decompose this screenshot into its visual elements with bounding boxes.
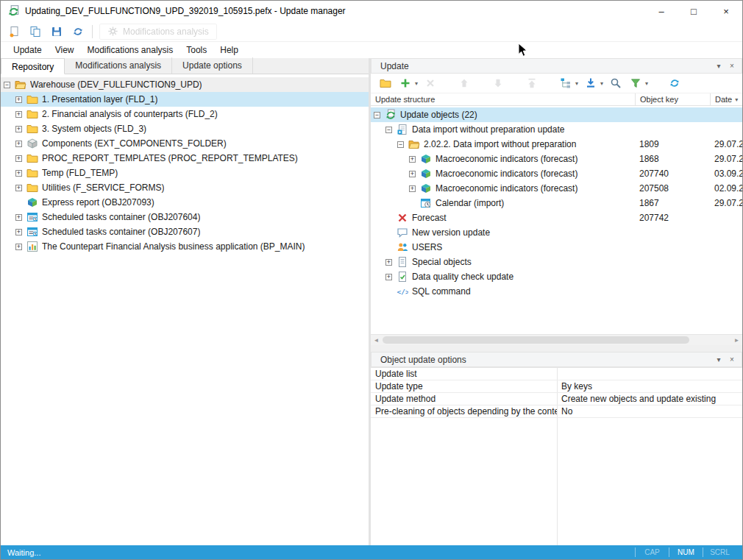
tree-view-dropdown-icon[interactable]: ▾ xyxy=(575,80,578,87)
tree-row[interactable]: +The Countepart Financial Analysis busin… xyxy=(1,239,369,254)
option-row-pre-cleaning-of-objects-depending-by-the-contents[interactable]: Pre-cleaning of objects depending by the… xyxy=(371,405,742,418)
tree-row[interactable]: −Update objects (22) xyxy=(371,107,742,122)
scrollbar-thumb[interactable] xyxy=(383,336,689,344)
menu-update[interactable]: Update xyxy=(7,43,49,57)
tree-row[interactable]: Express report (OBJ207093) xyxy=(1,195,369,210)
tree-row[interactable]: −2.02.2. Data import without preparation… xyxy=(371,137,742,152)
expander-plus-icon[interactable]: + xyxy=(15,185,22,191)
expander-plus-icon[interactable]: + xyxy=(15,229,22,235)
expander-minus-icon[interactable]: − xyxy=(397,141,404,148)
menu-tools[interactable]: Tools xyxy=(179,43,213,57)
add-dropdown-icon[interactable]: ▾ xyxy=(415,80,418,87)
tree-row[interactable]: +Components (EXT_COMPONENTS_FOLDER) xyxy=(1,136,369,151)
expander-plus-icon[interactable]: + xyxy=(409,156,416,163)
main-toolbar: Modifications analysis xyxy=(1,21,742,42)
expander-minus-icon[interactable]: − xyxy=(374,112,380,118)
scroll-right-icon[interactable]: ► xyxy=(731,335,742,345)
option-row-update-list[interactable]: Update list xyxy=(371,368,742,380)
column-update-structure[interactable]: Update structure xyxy=(371,93,635,105)
expander-plus-icon[interactable]: + xyxy=(15,141,22,147)
filter-dropdown-icon[interactable]: ▾ xyxy=(645,80,648,87)
option-row-update-method[interactable]: Update methodCreate new objects and upda… xyxy=(371,393,742,405)
tree-row[interactable]: +Temp (FLD_TEMP) xyxy=(1,166,369,180)
expander-plus-icon[interactable]: + xyxy=(15,214,22,221)
minimize-button[interactable]: – xyxy=(645,1,678,21)
move-up-button[interactable] xyxy=(457,76,472,91)
tree-row[interactable]: +Special objects xyxy=(371,255,742,269)
tab-repository[interactable]: Repository xyxy=(1,58,65,74)
move-top-button[interactable] xyxy=(525,76,539,91)
tree-row[interactable]: USERS xyxy=(371,240,742,255)
tree-row[interactable]: +Scheduled tasks container (OBJ207607) xyxy=(1,224,369,239)
add-button[interactable] xyxy=(398,76,413,91)
refresh-button[interactable] xyxy=(667,76,682,91)
tree-row[interactable]: +PROC_REPORT_TEMPLATES (PROC_REPORT_TEMP… xyxy=(1,151,369,166)
status-bar: Waiting... CAPNUMSCRL xyxy=(1,545,742,559)
copy-button[interactable] xyxy=(28,24,43,39)
column-date[interactable]: Date▾ xyxy=(710,93,742,105)
expander-minus-icon[interactable]: − xyxy=(4,82,10,88)
repository-panel: RepositoryModifications analysisUpdate o… xyxy=(1,58,369,545)
tree-row[interactable]: +2. Financial analysis of counterparts (… xyxy=(1,107,369,121)
menu-modifications-analysis[interactable]: Modifications analysis xyxy=(81,43,180,57)
expander-plus-icon[interactable]: + xyxy=(15,155,22,162)
save-button[interactable] xyxy=(49,24,64,39)
modifications-analysis-button[interactable]: Modifications analysis xyxy=(99,24,217,40)
column-object-key[interactable]: Object key xyxy=(635,93,710,105)
tree-row[interactable]: +Macroeconomic indicators (forecast)2075… xyxy=(371,181,742,196)
tree-label: USERS xyxy=(412,242,635,252)
tree-row[interactable]: New version update xyxy=(371,225,742,240)
new-document-button[interactable] xyxy=(7,24,21,39)
expander-plus-icon[interactable]: + xyxy=(15,244,22,250)
horizontal-scrollbar[interactable]: ◄ ► xyxy=(371,334,742,345)
expander-plus-icon[interactable]: + xyxy=(15,111,22,118)
option-row-update-type[interactable]: Update typeBy keys xyxy=(371,380,742,393)
import-dropdown-icon[interactable]: ▾ xyxy=(600,80,603,87)
horizontal-splitter[interactable] xyxy=(371,345,742,352)
maximize-button[interactable]: □ xyxy=(678,1,710,21)
expander-minus-icon[interactable]: − xyxy=(385,127,392,133)
close-button[interactable]: × xyxy=(710,1,742,21)
menu-help[interactable]: Help xyxy=(213,43,245,57)
tree-row[interactable]: −Warehouse (DEV_FULLFUNCTION9_UPD) xyxy=(1,77,369,92)
expander-plus-icon[interactable]: + xyxy=(385,274,392,280)
tree-row[interactable]: Calendar (import)186729.07.2 xyxy=(371,196,742,210)
expander-plus-icon[interactable]: + xyxy=(409,171,416,177)
tree-row[interactable]: +Utilities (F_SERVICE_FORMS) xyxy=(1,180,369,195)
search-icon[interactable] xyxy=(608,76,623,91)
tree-row[interactable]: +Data quality check update xyxy=(371,269,742,284)
tree-row[interactable]: Forecast207742 xyxy=(371,210,742,225)
expander-plus-icon[interactable]: + xyxy=(409,185,416,192)
indent xyxy=(1,217,15,218)
tree-row[interactable]: −Data import without preparation update xyxy=(371,122,742,137)
move-down-button[interactable] xyxy=(491,76,505,91)
options-panel-close-icon[interactable]: × xyxy=(725,355,739,364)
delete-button[interactable] xyxy=(423,76,438,91)
expander-plus-icon[interactable]: + xyxy=(15,170,22,177)
tree-row[interactable]: +1. Presentation layer (FLD_1) xyxy=(1,92,369,107)
expander-plus-icon[interactable]: + xyxy=(385,259,392,266)
indent xyxy=(1,202,15,203)
filter-icon[interactable] xyxy=(628,76,643,91)
tree-row[interactable]: +3. System objects (FLD_3) xyxy=(1,121,369,136)
expander-plus-icon[interactable]: + xyxy=(15,96,22,103)
scroll-left-icon[interactable]: ◄ xyxy=(371,335,382,345)
tree-view-button[interactable] xyxy=(558,76,573,91)
tree-label: 1. Presentation layer (FLD_1) xyxy=(42,94,157,104)
menu-view[interactable]: View xyxy=(49,43,81,57)
tree-label: Warehouse (DEV_FULLFUNCTION9_UPD) xyxy=(30,79,202,90)
tab-modifications-analysis[interactable]: Modifications analysis xyxy=(65,57,172,74)
tree-row[interactable]: </>SQL command xyxy=(371,284,742,299)
tree-row[interactable]: +Macroeconomic indicators (forecast)1868… xyxy=(371,152,742,166)
tree-row[interactable]: +Scheduled tasks container (OBJ207604) xyxy=(1,210,369,224)
tree-row[interactable]: +Macroeconomic indicators (forecast)2077… xyxy=(371,166,742,181)
panel-close-icon[interactable]: × xyxy=(725,62,739,70)
import-button[interactable] xyxy=(583,76,598,91)
sync-button[interactable] xyxy=(71,24,85,39)
expander-plus-icon[interactable]: + xyxy=(15,126,22,132)
panel-menu-icon[interactable]: ▾ xyxy=(712,62,725,70)
indicator-cap: CAP xyxy=(635,547,669,557)
options-panel-menu-icon[interactable]: ▾ xyxy=(712,355,725,364)
open-folder-button[interactable] xyxy=(378,76,393,91)
tab-update-options[interactable]: Update options xyxy=(172,57,253,74)
